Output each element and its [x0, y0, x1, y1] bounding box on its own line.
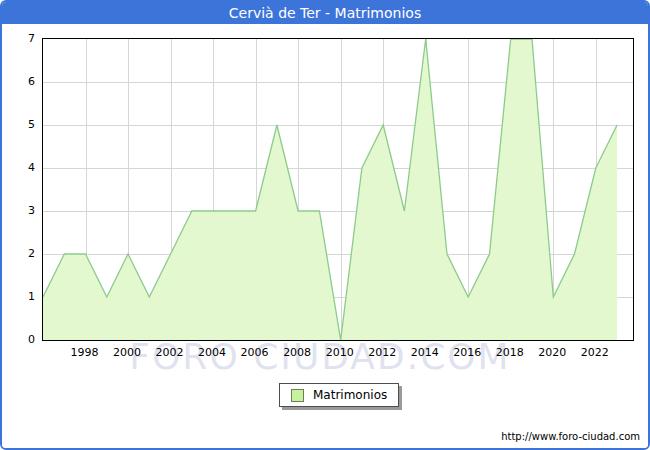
x-axis-label: 2018 — [488, 346, 532, 359]
area-fill — [43, 39, 617, 340]
x-axis-label: 2006 — [233, 346, 277, 359]
chart-window: Cervià de Ter - Matrimonios 01234567 199… — [0, 0, 650, 450]
x-axis-label: 2016 — [445, 346, 489, 359]
area-series-svg — [43, 39, 633, 340]
chart-canvas: 01234567 1998200020022004200620082010201… — [2, 24, 648, 448]
x-axis-label: 2008 — [275, 346, 319, 359]
legend-label: Matrimonios — [313, 388, 387, 402]
plot-area — [42, 38, 634, 341]
y-axis-label: 4 — [7, 161, 35, 174]
y-axis-label: 3 — [7, 204, 35, 217]
y-axis-label: 5 — [7, 118, 35, 131]
y-axis-label: 2 — [7, 247, 35, 260]
footer-url: http://www.foro-ciudad.com — [501, 431, 640, 442]
x-axis-label: 2020 — [530, 346, 574, 359]
legend-swatch — [291, 389, 304, 402]
x-axis-label: 2002 — [148, 346, 192, 359]
x-axis-label: 2012 — [360, 346, 404, 359]
y-axis-label: 6 — [7, 75, 35, 88]
x-axis-label: 2014 — [403, 346, 447, 359]
x-axis-label: 2004 — [190, 346, 234, 359]
x-axis-label: 2000 — [105, 346, 149, 359]
chart-title: Cervià de Ter - Matrimonios — [2, 2, 648, 24]
y-axis-label: 1 — [7, 290, 35, 303]
x-axis-label: 2022 — [573, 346, 617, 359]
x-axis-label: 2010 — [318, 346, 362, 359]
legend: Matrimonios — [279, 383, 399, 407]
y-axis-label: 7 — [7, 32, 35, 45]
y-axis-label: 0 — [7, 333, 35, 346]
x-axis-label: 1998 — [63, 346, 107, 359]
